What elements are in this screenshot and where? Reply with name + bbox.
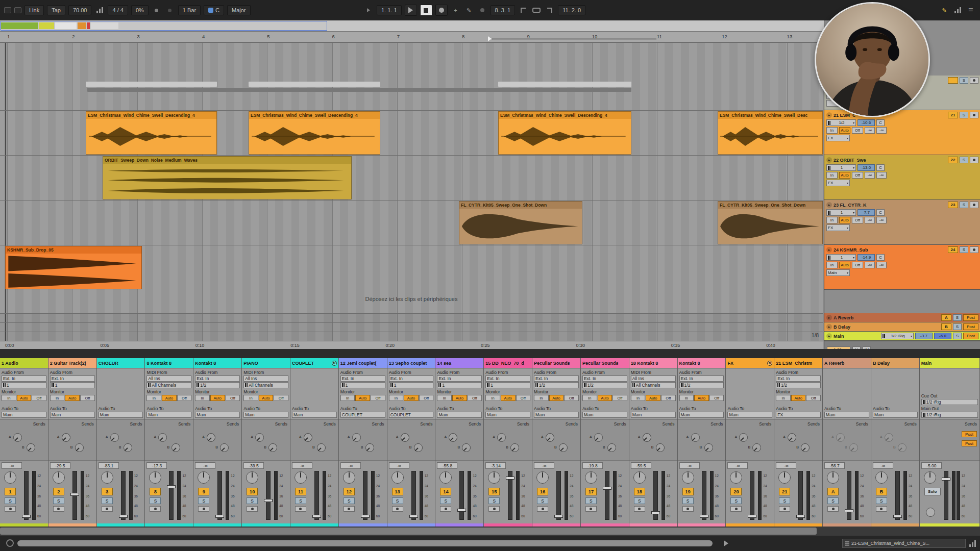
output-route-select[interactable]: FX▾ <box>826 135 850 141</box>
volume-fader[interactable] <box>653 471 658 520</box>
pan-knob[interactable] <box>149 471 161 484</box>
overdub-button[interactable]: + <box>451 6 461 15</box>
solo-button[interactable]: S <box>960 157 968 163</box>
audio-clip[interactable]: KSHMR_Sub_Drop_05 <box>5 246 142 289</box>
send-a-knob[interactable]: A <box>255 433 264 442</box>
monitor-auto-button[interactable]: Auto <box>17 395 32 401</box>
solo-button[interactable]: S <box>295 497 306 504</box>
pan-field[interactable]: C <box>876 254 885 261</box>
send-a-knob[interactable]: A <box>13 433 22 442</box>
record-button[interactable] <box>435 5 448 16</box>
loop-button[interactable] <box>531 6 542 15</box>
pan-knob[interactable] <box>101 471 113 484</box>
monitor-in-button[interactable]: In <box>582 395 597 401</box>
input-channel-select[interactable]: 1 <box>437 382 482 388</box>
track-activator-button[interactable]: 9 <box>198 488 209 495</box>
audio-clip[interactable]: ESM_Christmas_Wind_Chime_Swell_Descendin… <box>249 111 380 155</box>
audio-clip[interactable]: FL_CYTR_Kit05_Sweep_One_Shot_Down <box>718 201 823 244</box>
info-icon[interactable] <box>6 539 14 547</box>
arm-button[interactable] <box>970 112 978 118</box>
output-channel-select[interactable]: 1/2▾ <box>826 119 856 126</box>
track-name-bar[interactable]: 1 Audio <box>0 358 48 368</box>
monitor-off-button[interactable]: Off <box>468 395 482 401</box>
send-a-field[interactable]: -∞ <box>865 172 875 179</box>
track-activator-button[interactable]: 24 <box>948 246 958 253</box>
solo-button[interactable]: S <box>960 246 968 253</box>
output-select[interactable]: Main <box>727 412 772 418</box>
post-a-button[interactable]: Post <box>962 431 977 437</box>
output-select[interactable]: Main <box>50 412 95 418</box>
post-toggle-button[interactable]: Post <box>963 314 978 321</box>
monitor-off-button[interactable]: Off <box>852 127 863 134</box>
monitor-in-button[interactable]: In <box>826 127 838 134</box>
input-channel-select[interactable]: 1 <box>2 382 46 388</box>
send-b-knob[interactable]: B <box>27 443 35 452</box>
fader-handle[interactable] <box>70 493 79 496</box>
time-ruler[interactable]: 0:000:050:100:150:200:250:300:350:40 <box>0 341 823 349</box>
send-b-knob[interactable]: B <box>124 443 132 452</box>
pan-knob[interactable] <box>198 471 210 484</box>
collapsed-clip-segment[interactable] <box>87 88 631 92</box>
fader-handle[interactable] <box>942 478 950 481</box>
input-channel-select[interactable]: 1 <box>485 382 530 388</box>
send-b-knob[interactable]: B <box>317 443 326 452</box>
pan-knob[interactable] <box>730 471 742 484</box>
monitor-in-button[interactable]: In <box>679 395 694 401</box>
monitor-off-button[interactable]: Off <box>852 172 863 179</box>
pan-knob[interactable] <box>778 471 791 484</box>
input-channel-select[interactable]: 1/2 <box>195 382 240 388</box>
monitor-auto-button[interactable]: Auto <box>791 395 806 401</box>
output-select[interactable]: COUPLET <box>389 412 434 418</box>
scrollbar-thumb[interactable] <box>0 528 817 535</box>
loop-length-field[interactable]: 11. 2. 0 <box>558 5 585 15</box>
output-channel-select[interactable]: 1▾ <box>826 254 856 261</box>
pan-knob[interactable] <box>585 471 597 484</box>
return-track-header[interactable]: ▸A ReverbASPost <box>824 313 980 322</box>
pan-knob[interactable] <box>488 471 500 484</box>
arrangement-scrollbar-thumb[interactable] <box>17 540 713 546</box>
pan-knob[interactable] <box>439 471 452 484</box>
fold-arrow-icon[interactable]: ▸ <box>826 333 832 339</box>
collapsed-clip-segment[interactable] <box>249 82 380 87</box>
input-channel-select[interactable]: 1 <box>50 382 95 388</box>
volume-fader[interactable] <box>459 471 464 520</box>
io-meter-icon[interactable] <box>952 6 963 15</box>
send-b-knob[interactable]: B <box>801 443 810 452</box>
track-name-bar[interactable]: Main <box>920 358 979 368</box>
arm-button[interactable] <box>247 506 258 512</box>
track-activator-button[interactable] <box>948 77 958 84</box>
track-activator-button[interactable]: B <box>876 488 887 495</box>
menu-icon[interactable]: ☰ <box>966 6 976 15</box>
monitor-in-button[interactable]: In <box>776 395 791 401</box>
panel-resize-handle[interactable] <box>0 349 980 358</box>
track-lane[interactable]: FL_CYTR_Kit05_Sweep_One_Shot_DownFL_CYTR… <box>0 200 823 245</box>
pan-knob[interactable] <box>4 471 16 484</box>
track-activator-button[interactable]: B <box>941 323 951 330</box>
output-select[interactable]: Main <box>582 412 627 418</box>
output-select[interactable]: Main <box>437 412 482 418</box>
send-b-knob[interactable]: B <box>704 443 713 452</box>
input-channel-select[interactable]: All Channels <box>243 382 288 388</box>
input-select[interactable]: Ext. In <box>195 375 240 382</box>
volume-fader[interactable] <box>314 471 319 520</box>
send-a-knob[interactable]: A <box>643 433 651 442</box>
track-activator-button[interactable]: 15 <box>488 488 500 495</box>
fold-arrow-icon[interactable]: ▸ <box>826 315 832 320</box>
send-b-knob[interactable]: B <box>898 443 906 452</box>
volume-fader[interactable] <box>556 471 561 520</box>
monitor-auto-button[interactable]: Auto <box>839 217 850 223</box>
send-a-knob[interactable]: A <box>304 433 312 442</box>
track-name-bar[interactable]: 12 Jemi couplet( <box>339 358 387 368</box>
fader-handle[interactable] <box>22 515 31 518</box>
arm-button[interactable] <box>537 506 548 512</box>
monitor-auto-button[interactable]: Auto <box>646 395 660 401</box>
track-header[interactable]: ▸24 KSHMR_Sub24S1▾-14.9CInAutoOff-∞-∞Mai… <box>824 245 980 290</box>
fader-handle[interactable] <box>457 509 466 512</box>
volume-fader[interactable] <box>750 471 754 520</box>
monitor-off-button[interactable]: Off <box>80 395 95 401</box>
volume-fader[interactable] <box>798 471 803 520</box>
loop-start-marker-icon[interactable] <box>488 36 492 41</box>
monitor-auto-button[interactable]: Auto <box>65 395 80 401</box>
monitor-auto-button[interactable]: Auto <box>839 262 850 268</box>
fader-handle[interactable] <box>167 485 176 488</box>
